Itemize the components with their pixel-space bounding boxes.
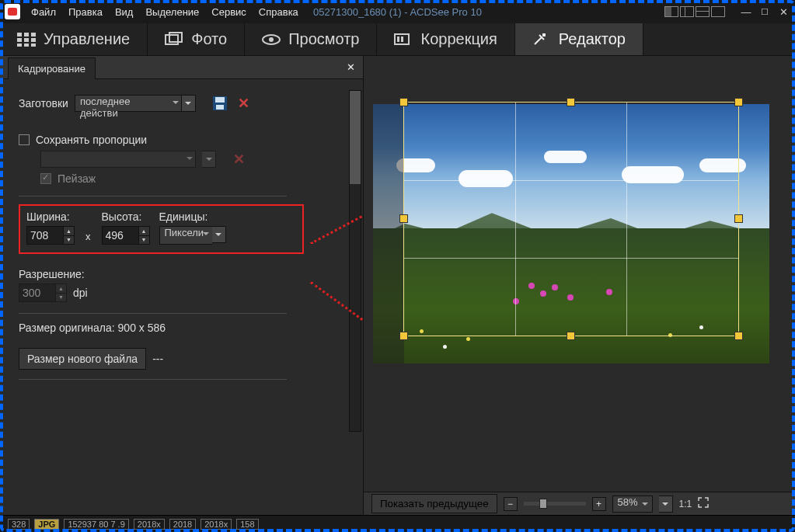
units-dropdown-button[interactable] (212, 226, 226, 243)
fullscreen-icon[interactable] (698, 497, 709, 510)
zoom-1-1[interactable]: 1:1 (679, 499, 692, 509)
mode-label: Фото (191, 30, 227, 48)
crop-handle-tr[interactable] (735, 99, 742, 106)
svg-rect-7 (24, 43, 29, 47)
panel-header: Кадрирование ✕ (0, 56, 363, 79)
crop-handle-mr[interactable] (735, 215, 742, 222)
thumb-chip[interactable]: 152937 80 7 .9 (64, 519, 128, 530)
layout-preset-1[interactable] (664, 6, 678, 17)
svg-rect-3 (17, 38, 22, 42)
zoom-level-combo[interactable]: 58% (612, 495, 653, 513)
ratio-delete-icon[interactable]: ✕ (233, 151, 245, 168)
presets-combo[interactable]: последнее действи (75, 95, 182, 112)
height-field[interactable] (103, 227, 138, 244)
ratio-combo[interactable] (40, 151, 196, 168)
panel-scrollbar[interactable] (349, 90, 361, 432)
svg-rect-4 (24, 38, 29, 42)
zoom-in-button[interactable]: + (592, 497, 606, 511)
svg-rect-10 (169, 33, 182, 42)
new-file-size-value: --- (152, 353, 163, 365)
eye-icon (262, 32, 281, 47)
tools-icon (532, 32, 551, 47)
zoom-slider[interactable] (524, 502, 586, 506)
menu-help[interactable]: Справка (259, 6, 298, 18)
titlebar: Файл Правка Вид Выделение Сервис Справка… (0, 0, 795, 23)
zoom-dropdown-button[interactable] (659, 495, 673, 513)
thumb-chip[interactable]: 158 (236, 519, 258, 530)
show-previous-button[interactable]: Показать предыдущее (371, 494, 497, 513)
new-file-size-button[interactable]: Размер нового файла (19, 348, 146, 370)
svg-rect-19 (216, 105, 224, 110)
thumb-chip[interactable]: 2018 (169, 519, 196, 530)
width-input[interactable]: ▲▼ (26, 226, 75, 245)
mode-view[interactable]: Просмотр (245, 23, 377, 55)
height-label: Высота: (102, 210, 150, 223)
mode-manage[interactable]: Управление (0, 23, 148, 55)
svg-rect-1 (24, 33, 29, 37)
ratio-dropdown-button[interactable] (202, 151, 216, 168)
mode-editor[interactable]: Редактор (515, 23, 643, 55)
thumb-chip[interactable]: 328 (8, 519, 30, 530)
thumb-chip[interactable]: 2018x (200, 519, 232, 530)
panel-title: Кадрирование (8, 57, 96, 79)
window-maximize-button[interactable] (758, 5, 772, 19)
window-title: 05271300_1680 (1) - ACDSee Pro 10 (313, 6, 482, 18)
units-label: Единицы: (159, 210, 226, 223)
landscape-checkbox[interactable] (40, 173, 51, 184)
thumb-chip-jpg[interactable]: JPG (34, 519, 59, 530)
footer-filmstrip[interactable]: 328 JPG 152937 80 7 .9 2018x 2018 2018x … (0, 515, 795, 532)
dimension-separator: x (84, 231, 92, 245)
dpi-label: dpi (73, 287, 88, 299)
svg-rect-16 (542, 33, 546, 37)
svg-rect-8 (31, 43, 36, 47)
layout-preset-4[interactable] (711, 6, 725, 17)
mode-label: Просмотр (288, 30, 359, 48)
panel-close-icon[interactable]: ✕ (347, 61, 355, 73)
dimensions-highlight-box: Ширина: ▲▼ x Высота: ▲▼ (19, 204, 304, 254)
svg-rect-15 (401, 37, 403, 42)
width-field[interactable] (27, 227, 63, 244)
layout-preset-2[interactable] (680, 6, 694, 17)
svg-rect-14 (397, 37, 399, 42)
svg-rect-18 (215, 97, 225, 103)
menu-service[interactable]: Сервис (211, 6, 246, 18)
svg-rect-9 (166, 35, 178, 44)
resolution-input[interactable]: ▲▼ (19, 283, 67, 302)
menu-view[interactable]: Вид (115, 6, 134, 18)
save-preset-icon[interactable] (211, 95, 228, 112)
keep-ratio-checkbox[interactable] (19, 134, 30, 145)
window-close-button[interactable] (776, 5, 790, 19)
units-combo[interactable]: Пиксели (159, 226, 212, 245)
svg-rect-5 (31, 38, 36, 42)
crop-panel: Кадрирование ✕ Заготовки последнее дейст… (0, 56, 364, 515)
canvas[interactable] (364, 56, 795, 492)
crop-handle-bm[interactable] (567, 332, 574, 339)
layout-presets[interactable] (664, 6, 725, 17)
resolution-field[interactable] (19, 284, 55, 301)
mode-develop[interactable]: Коррекция (377, 23, 514, 55)
mode-label: Управление (44, 30, 130, 48)
delete-preset-icon[interactable]: ✕ (238, 95, 249, 112)
menu-file[interactable]: Файл (31, 6, 56, 18)
main-area: Кадрирование ✕ Заготовки последнее дейст… (0, 56, 795, 515)
crop-rectangle[interactable] (404, 103, 738, 336)
layout-preset-3[interactable] (696, 6, 710, 17)
height-input[interactable]: ▲▼ (102, 226, 150, 245)
crop-handle-tm[interactable] (567, 99, 574, 106)
crop-handle-tl[interactable] (400, 99, 407, 106)
menu-edit[interactable]: Правка (68, 6, 103, 18)
crop-handle-ml[interactable] (400, 215, 407, 222)
grid-icon (17, 32, 36, 47)
mode-label: Редактор (559, 30, 626, 48)
crop-handle-br[interactable] (735, 332, 742, 339)
presets-dropdown-button[interactable] (182, 95, 196, 112)
mode-photo[interactable]: Фото (148, 23, 245, 55)
window-minimize-button[interactable] (739, 5, 753, 19)
mode-tabs: Управление Фото Просмотр Коррекция Редак… (0, 23, 795, 56)
menu-select[interactable]: Выделение (145, 6, 199, 18)
presets-label: Заготовки (19, 97, 68, 110)
thumb-chip[interactable]: 2018x (134, 519, 165, 530)
photos-icon (165, 32, 183, 47)
crop-handle-bl[interactable] (400, 332, 407, 339)
zoom-out-button[interactable]: − (504, 497, 518, 511)
